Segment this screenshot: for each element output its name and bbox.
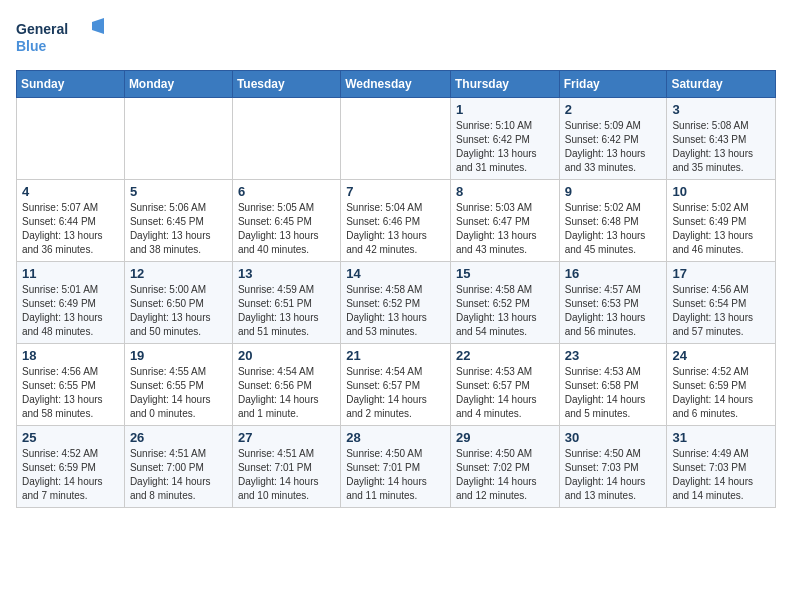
calendar-week-4: 18Sunrise: 4:56 AM Sunset: 6:55 PM Dayli… — [17, 344, 776, 426]
day-info: Sunrise: 4:49 AM Sunset: 7:03 PM Dayligh… — [672, 447, 770, 503]
day-info: Sunrise: 4:53 AM Sunset: 6:57 PM Dayligh… — [456, 365, 554, 421]
calendar-cell: 3Sunrise: 5:08 AM Sunset: 6:43 PM Daylig… — [667, 98, 776, 180]
calendar-cell: 14Sunrise: 4:58 AM Sunset: 6:52 PM Dayli… — [341, 262, 451, 344]
weekday-header-tuesday: Tuesday — [232, 71, 340, 98]
day-number: 18 — [22, 348, 119, 363]
day-info: Sunrise: 5:06 AM Sunset: 6:45 PM Dayligh… — [130, 201, 227, 257]
weekday-header-sunday: Sunday — [17, 71, 125, 98]
calendar-cell: 5Sunrise: 5:06 AM Sunset: 6:45 PM Daylig… — [124, 180, 232, 262]
calendar-cell — [17, 98, 125, 180]
day-number: 23 — [565, 348, 662, 363]
day-number: 7 — [346, 184, 445, 199]
day-number: 15 — [456, 266, 554, 281]
calendar-cell: 19Sunrise: 4:55 AM Sunset: 6:55 PM Dayli… — [124, 344, 232, 426]
calendar-cell: 21Sunrise: 4:54 AM Sunset: 6:57 PM Dayli… — [341, 344, 451, 426]
day-number: 25 — [22, 430, 119, 445]
calendar-cell: 4Sunrise: 5:07 AM Sunset: 6:44 PM Daylig… — [17, 180, 125, 262]
logo-svg: General Blue — [16, 16, 106, 58]
day-number: 11 — [22, 266, 119, 281]
calendar-week-3: 11Sunrise: 5:01 AM Sunset: 6:49 PM Dayli… — [17, 262, 776, 344]
day-number: 3 — [672, 102, 770, 117]
day-number: 12 — [130, 266, 227, 281]
calendar-cell: 10Sunrise: 5:02 AM Sunset: 6:49 PM Dayli… — [667, 180, 776, 262]
calendar-body: 1Sunrise: 5:10 AM Sunset: 6:42 PM Daylig… — [17, 98, 776, 508]
day-number: 5 — [130, 184, 227, 199]
day-number: 16 — [565, 266, 662, 281]
day-info: Sunrise: 4:55 AM Sunset: 6:55 PM Dayligh… — [130, 365, 227, 421]
svg-text:Blue: Blue — [16, 38, 47, 54]
calendar-cell: 22Sunrise: 4:53 AM Sunset: 6:57 PM Dayli… — [450, 344, 559, 426]
day-info: Sunrise: 5:02 AM Sunset: 6:49 PM Dayligh… — [672, 201, 770, 257]
day-info: Sunrise: 4:59 AM Sunset: 6:51 PM Dayligh… — [238, 283, 335, 339]
calendar-cell — [124, 98, 232, 180]
calendar-cell: 9Sunrise: 5:02 AM Sunset: 6:48 PM Daylig… — [559, 180, 667, 262]
calendar-cell: 17Sunrise: 4:56 AM Sunset: 6:54 PM Dayli… — [667, 262, 776, 344]
calendar-cell: 25Sunrise: 4:52 AM Sunset: 6:59 PM Dayli… — [17, 426, 125, 508]
calendar-table: SundayMondayTuesdayWednesdayThursdayFrid… — [16, 70, 776, 508]
day-info: Sunrise: 4:58 AM Sunset: 6:52 PM Dayligh… — [456, 283, 554, 339]
day-info: Sunrise: 4:54 AM Sunset: 6:57 PM Dayligh… — [346, 365, 445, 421]
day-info: Sunrise: 4:50 AM Sunset: 7:03 PM Dayligh… — [565, 447, 662, 503]
day-number: 4 — [22, 184, 119, 199]
day-info: Sunrise: 4:52 AM Sunset: 6:59 PM Dayligh… — [22, 447, 119, 503]
day-number: 14 — [346, 266, 445, 281]
day-info: Sunrise: 4:51 AM Sunset: 7:00 PM Dayligh… — [130, 447, 227, 503]
day-number: 27 — [238, 430, 335, 445]
day-number: 19 — [130, 348, 227, 363]
weekday-header-wednesday: Wednesday — [341, 71, 451, 98]
day-number: 8 — [456, 184, 554, 199]
day-info: Sunrise: 5:02 AM Sunset: 6:48 PM Dayligh… — [565, 201, 662, 257]
day-info: Sunrise: 4:53 AM Sunset: 6:58 PM Dayligh… — [565, 365, 662, 421]
calendar-cell: 2Sunrise: 5:09 AM Sunset: 6:42 PM Daylig… — [559, 98, 667, 180]
calendar-cell: 24Sunrise: 4:52 AM Sunset: 6:59 PM Dayli… — [667, 344, 776, 426]
day-number: 2 — [565, 102, 662, 117]
day-info: Sunrise: 5:09 AM Sunset: 6:42 PM Dayligh… — [565, 119, 662, 175]
header-row: SundayMondayTuesdayWednesdayThursdayFrid… — [17, 71, 776, 98]
day-info: Sunrise: 5:01 AM Sunset: 6:49 PM Dayligh… — [22, 283, 119, 339]
calendar-week-2: 4Sunrise: 5:07 AM Sunset: 6:44 PM Daylig… — [17, 180, 776, 262]
day-info: Sunrise: 4:56 AM Sunset: 6:54 PM Dayligh… — [672, 283, 770, 339]
calendar-cell: 7Sunrise: 5:04 AM Sunset: 6:46 PM Daylig… — [341, 180, 451, 262]
day-info: Sunrise: 4:51 AM Sunset: 7:01 PM Dayligh… — [238, 447, 335, 503]
day-number: 26 — [130, 430, 227, 445]
svg-marker-2 — [92, 18, 104, 34]
day-number: 20 — [238, 348, 335, 363]
calendar-cell: 6Sunrise: 5:05 AM Sunset: 6:45 PM Daylig… — [232, 180, 340, 262]
weekday-header-monday: Monday — [124, 71, 232, 98]
day-number: 13 — [238, 266, 335, 281]
day-info: Sunrise: 4:54 AM Sunset: 6:56 PM Dayligh… — [238, 365, 335, 421]
calendar-cell: 15Sunrise: 4:58 AM Sunset: 6:52 PM Dayli… — [450, 262, 559, 344]
calendar-cell: 8Sunrise: 5:03 AM Sunset: 6:47 PM Daylig… — [450, 180, 559, 262]
day-info: Sunrise: 4:50 AM Sunset: 7:01 PM Dayligh… — [346, 447, 445, 503]
calendar-cell: 12Sunrise: 5:00 AM Sunset: 6:50 PM Dayli… — [124, 262, 232, 344]
day-number: 30 — [565, 430, 662, 445]
day-info: Sunrise: 5:05 AM Sunset: 6:45 PM Dayligh… — [238, 201, 335, 257]
day-info: Sunrise: 5:10 AM Sunset: 6:42 PM Dayligh… — [456, 119, 554, 175]
calendar-cell: 20Sunrise: 4:54 AM Sunset: 6:56 PM Dayli… — [232, 344, 340, 426]
calendar-cell — [341, 98, 451, 180]
calendar-cell: 26Sunrise: 4:51 AM Sunset: 7:00 PM Dayli… — [124, 426, 232, 508]
day-number: 28 — [346, 430, 445, 445]
calendar-cell: 18Sunrise: 4:56 AM Sunset: 6:55 PM Dayli… — [17, 344, 125, 426]
calendar-cell: 28Sunrise: 4:50 AM Sunset: 7:01 PM Dayli… — [341, 426, 451, 508]
weekday-header-friday: Friday — [559, 71, 667, 98]
day-info: Sunrise: 4:50 AM Sunset: 7:02 PM Dayligh… — [456, 447, 554, 503]
day-info: Sunrise: 4:58 AM Sunset: 6:52 PM Dayligh… — [346, 283, 445, 339]
day-number: 24 — [672, 348, 770, 363]
day-number: 21 — [346, 348, 445, 363]
calendar-week-1: 1Sunrise: 5:10 AM Sunset: 6:42 PM Daylig… — [17, 98, 776, 180]
calendar-cell — [232, 98, 340, 180]
day-number: 1 — [456, 102, 554, 117]
day-number: 17 — [672, 266, 770, 281]
weekday-header-thursday: Thursday — [450, 71, 559, 98]
calendar-cell: 13Sunrise: 4:59 AM Sunset: 6:51 PM Dayli… — [232, 262, 340, 344]
day-info: Sunrise: 5:07 AM Sunset: 6:44 PM Dayligh… — [22, 201, 119, 257]
calendar-cell: 23Sunrise: 4:53 AM Sunset: 6:58 PM Dayli… — [559, 344, 667, 426]
weekday-header-saturday: Saturday — [667, 71, 776, 98]
day-info: Sunrise: 5:03 AM Sunset: 6:47 PM Dayligh… — [456, 201, 554, 257]
day-info: Sunrise: 4:57 AM Sunset: 6:53 PM Dayligh… — [565, 283, 662, 339]
calendar-cell: 30Sunrise: 4:50 AM Sunset: 7:03 PM Dayli… — [559, 426, 667, 508]
logo: General Blue — [16, 16, 106, 58]
day-number: 9 — [565, 184, 662, 199]
day-info: Sunrise: 4:56 AM Sunset: 6:55 PM Dayligh… — [22, 365, 119, 421]
